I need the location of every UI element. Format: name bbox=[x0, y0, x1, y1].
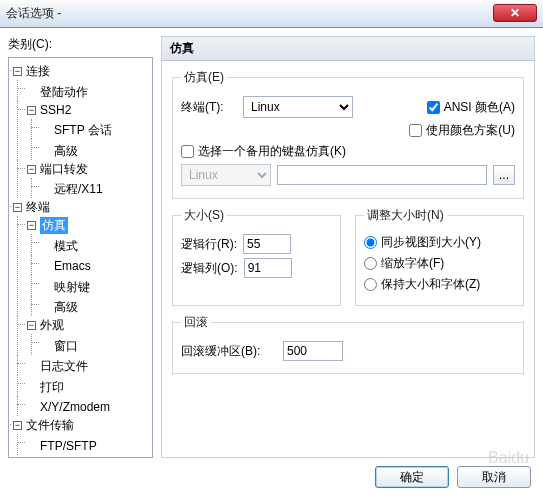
rows-input[interactable] bbox=[243, 234, 291, 254]
tree-advanced2[interactable]: 高级 bbox=[54, 299, 78, 316]
cols-label: 逻辑列(O): bbox=[181, 260, 238, 277]
resize-legend: 调整大小时(N) bbox=[364, 207, 447, 224]
tree-sftp[interactable]: SFTP 会话 bbox=[54, 122, 112, 139]
tree-remote-x11[interactable]: 远程/X11 bbox=[54, 181, 103, 198]
collapse-icon[interactable]: − bbox=[13, 203, 22, 212]
collapse-icon[interactable]: − bbox=[27, 221, 36, 230]
resize-group: 调整大小时(N) 同步视图到大小(Y) 缩放字体(F) 保持大小和字体(Z) bbox=[355, 207, 524, 306]
tree-terminal[interactable]: 终端 bbox=[26, 199, 50, 216]
collapse-icon[interactable]: − bbox=[27, 321, 36, 330]
tree-ftp-sftp[interactable]: FTP/SFTP bbox=[40, 438, 97, 455]
panel-title: 仿真 bbox=[161, 36, 535, 61]
size-group: 大小(S) 逻辑行(R): 逻辑列(O): bbox=[172, 207, 341, 306]
terminal-select[interactable]: Linux bbox=[243, 96, 353, 118]
tree-logfile[interactable]: 日志文件 bbox=[40, 358, 88, 375]
tree-advanced[interactable]: 高级 bbox=[54, 143, 78, 160]
tree-connection[interactable]: 连接 bbox=[26, 63, 50, 80]
tree-modes[interactable]: 模式 bbox=[54, 238, 78, 255]
emulation-group: 仿真(E) 终端(T): Linux ANSI 颜色(A) 使用颜色方案(U) … bbox=[172, 69, 524, 199]
cols-input[interactable] bbox=[244, 258, 292, 278]
tree-port-forward[interactable]: 端口转发 bbox=[40, 161, 88, 178]
tree-login-actions[interactable]: 登陆动作 bbox=[40, 84, 88, 101]
use-scheme-checkbox[interactable]: 使用颜色方案(U) bbox=[409, 122, 515, 139]
alt-keyboard-select: Linux bbox=[181, 164, 271, 186]
watermark: Baidu bbox=[488, 449, 529, 467]
alt-keyboard-checkbox[interactable]: 选择一个备用的键盘仿真(K) bbox=[181, 143, 346, 160]
tree-appearance[interactable]: 外观 bbox=[40, 317, 64, 334]
scrollback-input[interactable] bbox=[283, 341, 343, 361]
resize-keep-radio[interactable]: 保持大小和字体(Z) bbox=[364, 276, 480, 293]
collapse-icon[interactable]: − bbox=[27, 165, 36, 174]
scrollback-legend: 回滚 bbox=[181, 314, 211, 331]
resize-sync-radio[interactable]: 同步视图到大小(Y) bbox=[364, 234, 481, 251]
cancel-button[interactable]: 取消 bbox=[457, 466, 531, 488]
collapse-icon[interactable]: − bbox=[27, 106, 36, 115]
tree-window[interactable]: 窗口 bbox=[54, 338, 78, 355]
size-legend: 大小(S) bbox=[181, 207, 227, 224]
terminal-label: 终端(T): bbox=[181, 99, 237, 116]
tree-file-transfer[interactable]: 文件传输 bbox=[26, 417, 74, 434]
tree-mapped-keys[interactable]: 映射键 bbox=[54, 279, 90, 296]
tree-emacs[interactable]: Emacs bbox=[54, 258, 91, 275]
close-button[interactable]: ✕ bbox=[493, 4, 537, 22]
collapse-icon[interactable]: − bbox=[13, 67, 22, 76]
window-title: 会话选项 - bbox=[6, 5, 61, 22]
category-tree[interactable]: −连接 登陆动作 −SSH2 SFTP 会话 高级 −端口转发 远程/X11 bbox=[8, 57, 153, 458]
scrollback-label: 回滚缓冲区(B): bbox=[181, 343, 277, 360]
tree-xyzmodem[interactable]: X/Y/Zmodem bbox=[40, 399, 110, 416]
close-icon: ✕ bbox=[510, 6, 520, 20]
emulation-legend: 仿真(E) bbox=[181, 69, 227, 86]
ansi-color-checkbox[interactable]: ANSI 颜色(A) bbox=[427, 99, 515, 116]
alt-keyboard-path bbox=[277, 165, 487, 185]
tree-ssh2[interactable]: SSH2 bbox=[40, 102, 71, 119]
browse-button[interactable]: ... bbox=[493, 165, 515, 185]
resize-scale-radio[interactable]: 缩放字体(F) bbox=[364, 255, 444, 272]
category-label: 类别(C): bbox=[8, 36, 153, 53]
title-bar: 会话选项 - ✕ bbox=[0, 0, 543, 28]
rows-label: 逻辑行(R): bbox=[181, 236, 237, 253]
ok-button[interactable]: 确定 bbox=[375, 466, 449, 488]
tree-emulation[interactable]: 仿真 bbox=[40, 217, 68, 234]
scrollback-group: 回滚 回滚缓冲区(B): bbox=[172, 314, 524, 374]
collapse-icon[interactable]: − bbox=[13, 421, 22, 430]
tree-printing[interactable]: 打印 bbox=[40, 379, 64, 396]
